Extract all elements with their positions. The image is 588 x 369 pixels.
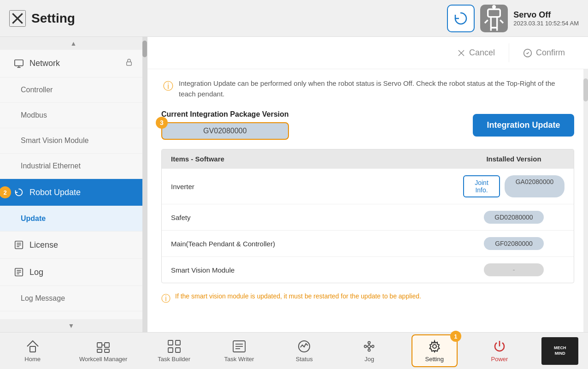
nav-item-setting[interactable]: 1 Setting bbox=[412, 334, 458, 367]
version-chip-1: GD02080000 bbox=[484, 211, 544, 224]
nav-jog-label: Jog bbox=[365, 356, 374, 363]
content-scrollbar[interactable] bbox=[583, 69, 588, 332]
nav-item-workcell-manager[interactable]: Workcell Manager bbox=[75, 335, 132, 366]
table-row: Main(Teach Pendant & Controller) GF02080… bbox=[162, 230, 574, 256]
sidebar-item-log-message[interactable]: Log Message bbox=[0, 286, 147, 311]
sidebar-scroll-up[interactable]: ▲ bbox=[0, 37, 147, 50]
mech-mind-logo: MECHMIND bbox=[541, 337, 578, 365]
svg-rect-2 bbox=[488, 9, 500, 17]
log-icon bbox=[14, 267, 24, 277]
cancel-icon bbox=[457, 49, 465, 57]
servo-robot-button[interactable] bbox=[480, 5, 508, 32]
nav-item-task-writer[interactable]: Task Writer bbox=[216, 335, 262, 366]
nav-task-writer-label: Task Writer bbox=[224, 356, 254, 363]
servo-refresh-button[interactable] bbox=[447, 5, 475, 32]
bottom-info: ⓘ If the smart vision module is updated,… bbox=[161, 292, 574, 305]
sidebar-item-smart-vision[interactable]: Smart Vision Module bbox=[0, 128, 147, 154]
svg-rect-25 bbox=[30, 346, 35, 352]
info-banner: ⓘ Integration Update can be performed on… bbox=[161, 78, 574, 99]
sidebar-item-robot-update-label: Robot Update bbox=[29, 188, 81, 197]
nav-task-builder-label: Task Builder bbox=[158, 356, 190, 363]
servo-time: 2023.03.31 10:52:54 AM bbox=[513, 20, 579, 27]
row-version-1: GD02080000 bbox=[463, 211, 564, 224]
sidebar-item-modbus[interactable]: Modbus bbox=[0, 103, 147, 128]
sidebar-item-network[interactable]: Network bbox=[0, 50, 147, 77]
row-item-2: Main(Teach Pendant & Controller) bbox=[171, 240, 463, 248]
sidebar-item-update[interactable]: Update bbox=[0, 206, 147, 232]
confirm-icon bbox=[523, 48, 532, 58]
software-table: Items - Software Installed Version Inver… bbox=[161, 149, 574, 283]
row-item-0: Inverter bbox=[171, 183, 463, 190]
sidebar-item-robot-update[interactable]: 2 Robot Update bbox=[0, 179, 147, 206]
license-icon bbox=[14, 240, 24, 250]
svg-point-49 bbox=[433, 345, 436, 348]
nav-item-power[interactable]: Power bbox=[476, 335, 523, 366]
cancel-label: Cancel bbox=[469, 48, 495, 58]
version-badge-wrap: 3 GV02080000 bbox=[161, 122, 289, 140]
sidebar-item-log-message-label: Log Message bbox=[21, 294, 65, 303]
svg-point-41 bbox=[365, 345, 367, 348]
nav-setting-label: Setting bbox=[425, 356, 444, 363]
version-left: Current Integration Package Version 3 GV… bbox=[161, 110, 289, 140]
sidebar-item-license[interactable]: License bbox=[0, 232, 147, 259]
version-label: Current Integration Package Version bbox=[161, 110, 289, 119]
table-col-items-header: Items - Software bbox=[171, 155, 463, 163]
sidebar-item-modbus-label: Modbus bbox=[21, 111, 47, 119]
page-title: Setting bbox=[31, 11, 447, 26]
sidebar-item-license-label: License bbox=[29, 240, 58, 250]
nav-item-home[interactable]: Home bbox=[10, 335, 56, 366]
lock-icon bbox=[125, 58, 133, 69]
workcell-icon bbox=[96, 339, 111, 354]
version-num-badge: 3 bbox=[156, 117, 168, 129]
table-col-version-header: Installed Version bbox=[463, 155, 564, 163]
svg-point-42 bbox=[372, 345, 374, 348]
status-icon bbox=[297, 339, 312, 354]
bottom-info-icon: ⓘ bbox=[161, 292, 171, 305]
svg-rect-27 bbox=[105, 343, 109, 347]
nav-item-status[interactable]: Status bbox=[281, 335, 327, 366]
svg-point-44 bbox=[368, 349, 370, 351]
integration-update-button[interactable]: Integration Update bbox=[473, 114, 574, 137]
svg-rect-32 bbox=[176, 340, 180, 345]
home-icon bbox=[25, 339, 40, 354]
main-layout: ▲ Network Controller Modbus bbox=[0, 37, 588, 332]
bottom-info-text: If the smart vision module is updated, i… bbox=[175, 292, 421, 300]
servo-text: Servo Off 2023.03.31 10:52:54 AM bbox=[513, 10, 579, 27]
row-item-1: Safety bbox=[171, 214, 463, 221]
svg-line-6 bbox=[485, 20, 488, 23]
svg-rect-29 bbox=[105, 349, 109, 352]
svg-point-43 bbox=[368, 342, 370, 344]
close-button[interactable] bbox=[9, 10, 26, 27]
svg-rect-34 bbox=[176, 348, 180, 352]
svg-rect-3 bbox=[491, 17, 497, 27]
nav-home-label: Home bbox=[24, 356, 41, 363]
nav-item-jog[interactable]: Jog bbox=[346, 335, 392, 366]
confirm-button[interactable]: Confirm bbox=[509, 43, 579, 62]
svg-line-7 bbox=[500, 20, 504, 23]
sidebar-item-controller-label: Controller bbox=[21, 86, 53, 94]
nav-item-task-builder[interactable]: Task Builder bbox=[151, 335, 197, 366]
robot-update-badge: 2 bbox=[0, 186, 11, 198]
svg-rect-13 bbox=[127, 62, 132, 65]
task-writer-icon bbox=[232, 339, 247, 354]
table-row: Inverter Joint Info. GA02080000 bbox=[162, 168, 574, 204]
nav-status-label: Status bbox=[296, 356, 313, 363]
top-bar: Setting Servo Off 2023.03.31 10:52:54 AM bbox=[0, 0, 588, 37]
svg-point-5 bbox=[493, 6, 495, 8]
sidebar-scroll-down[interactable]: ▼ bbox=[0, 319, 142, 332]
nav-power-label: Power bbox=[491, 356, 508, 363]
version-chip-2: GF02080000 bbox=[484, 237, 544, 250]
joint-info-button[interactable]: Joint Info. bbox=[463, 175, 500, 197]
sidebar: ▲ Network Controller Modbus bbox=[0, 37, 147, 332]
row-version-3: - bbox=[463, 263, 564, 276]
svg-point-40 bbox=[368, 345, 370, 348]
sidebar-item-log[interactable]: Log bbox=[0, 259, 147, 286]
svg-rect-10 bbox=[15, 60, 23, 65]
cancel-button[interactable]: Cancel bbox=[443, 43, 509, 62]
sidebar-item-industrial-ethernet[interactable]: Industrial Ethernet bbox=[0, 154, 147, 179]
servo-label: Servo Off bbox=[513, 10, 579, 20]
sidebar-item-controller[interactable]: Controller bbox=[0, 77, 147, 103]
power-icon bbox=[492, 339, 507, 354]
nav-workcell-label: Workcell Manager bbox=[79, 356, 128, 363]
setting-icon bbox=[427, 339, 442, 354]
